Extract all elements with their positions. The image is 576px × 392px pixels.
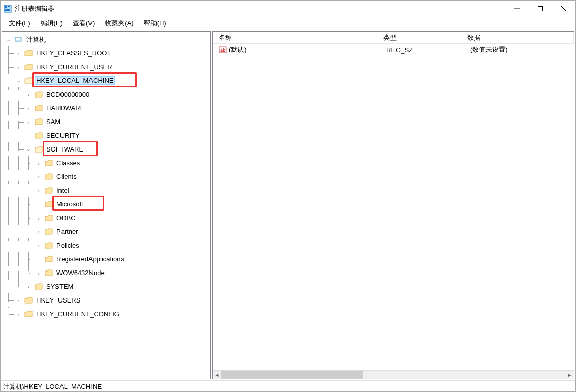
tree-label: HKEY_USERS [35,296,82,305]
scroll-right-icon[interactable]: ► [565,371,574,379]
folder-icon [35,104,43,112]
tree-node-wow64[interactable]: › WOW6432Node [4,266,210,280]
menu-view[interactable]: 查看(V) [68,18,100,29]
tree-node-partner[interactable]: › Partner [4,225,210,238]
svg-rect-6 [538,7,543,11]
tree-node-hkcr[interactable]: › HKEY_CLASSES_ROOT [4,46,210,60]
scroll-left-icon[interactable]: ◄ [213,371,221,379]
tree-label: SOFTWARE [45,145,85,154]
listview-row[interactable]: ab (默认) REG_SZ (数值未设置) [213,44,574,56]
value-name: (默认) [229,45,247,54]
tree-node-hklm[interactable]: ⌄ HKEY_LOCAL_MACHINE [4,74,210,87]
folder-open-icon [24,77,33,85]
tree-label: WOW6432Node [55,268,106,277]
menu-edit[interactable]: 编辑(E) [36,18,68,29]
tree-node-sam[interactable]: › SAM [4,115,210,129]
chevron-down-icon[interactable]: ⌄ [14,77,22,85]
column-header-name[interactable]: 名称 [213,32,380,43]
tree-label: Partner [55,227,80,236]
chevron-right-icon[interactable]: › [35,173,43,181]
tree-node-regapps[interactable]: RegisteredApplications [4,252,210,266]
tree-label: HKEY_CURRENT_USER [35,63,114,71]
tree-node-hkcu[interactable]: › HKEY_CURRENT_USER [4,60,210,74]
menu-favorites[interactable]: 收藏夹(A) [100,18,138,29]
tree-node-hku[interactable]: › HKEY_USERS [4,293,210,307]
folder-icon [24,296,33,305]
column-header-data[interactable]: 数据 [464,32,574,43]
tree-panel: ⌄ 计算机 › HKEY_CLASSES_ROOT [2,31,211,379]
tree-label: Microsoft [55,200,85,208]
tree-node-bcd[interactable]: › BCD00000000 [4,87,210,101]
size-grip-icon[interactable] [567,384,574,391]
tree-label: BCD00000000 [45,90,91,99]
folder-icon [24,49,33,57]
column-header-type[interactable]: 类型 [380,32,464,43]
chevron-right-icon[interactable]: › [14,63,22,71]
tree-node-classes[interactable]: › Classes [4,156,210,170]
tree-label: 计算机 [24,35,47,45]
tree-node-system[interactable]: › SYSTEM [4,280,210,293]
chevron-right-icon[interactable]: › [35,214,43,222]
window-controls [505,1,575,17]
scroll-thumb[interactable] [221,371,363,379]
tree-label: Clients [55,172,78,181]
tree-label: SECURITY [45,131,81,140]
folder-icon [45,255,53,263]
chevron-right-icon[interactable]: › [35,187,43,195]
chevron-down-icon[interactable]: ⌄ [24,145,33,154]
chevron-right-icon[interactable]: › [24,104,33,112]
chevron-right-icon[interactable]: › [14,296,22,305]
tree-label: Policies [55,241,81,250]
chevron-right-icon[interactable]: › [35,228,43,236]
tree-node-odbc[interactable]: › ODBC [4,211,210,225]
tree-node-computer[interactable]: ⌄ 计算机 [4,33,210,46]
svg-rect-1 [5,6,7,8]
app-icon [4,5,12,13]
tree-node-software[interactable]: ⌄ SOFTWARE [4,142,210,156]
tree-label: SAM [45,117,62,126]
tree-node-policies[interactable]: › Policies [4,238,210,252]
tree-label: HARDWARE [45,104,86,112]
value-data: (数值未设置) [467,45,574,54]
chevron-right-icon[interactable]: › [35,269,43,277]
maximize-button[interactable] [529,1,552,17]
chevron-down-icon[interactable]: ⌄ [4,36,12,44]
chevron-right-icon[interactable]: › [24,91,33,99]
tree-node-clients[interactable]: › Clients [4,170,210,184]
menu-help[interactable]: 帮助(H) [139,18,171,29]
svg-rect-2 [8,6,10,7]
folder-icon [35,118,43,126]
folder-icon [45,214,53,222]
tree-node-hkcc[interactable]: › HKEY_CURRENT_CONFIG [4,307,210,321]
tree-node-security[interactable]: SECURITY [4,129,210,142]
menu-file[interactable]: 文件(F) [4,18,36,29]
horizontal-scrollbar[interactable]: ◄ ► [213,370,574,379]
folder-icon [45,269,53,277]
title-bar: 注册表编辑器 [1,1,575,17]
chevron-right-icon[interactable]: › [24,118,33,126]
chevron-right-icon[interactable]: › [24,283,33,291]
svg-rect-11 [17,42,20,42]
listview-body: ab (默认) REG_SZ (数值未设置) [213,44,574,370]
chevron-right-icon[interactable]: › [14,49,22,57]
chevron-right-icon[interactable]: › [14,310,22,318]
tree-node-hardware[interactable]: › HARDWARE [4,101,210,115]
minimize-button[interactable] [505,1,529,17]
tree-label: HKEY_LOCAL_MACHINE [35,76,115,85]
chevron-right-icon[interactable]: › [35,159,43,167]
svg-rect-4 [5,10,10,11]
tree-label: RegisteredApplications [55,255,126,263]
chevron-right-icon[interactable]: › [35,242,43,250]
tree-label: SYSTEM [45,282,75,291]
svg-text:ab: ab [220,48,226,53]
folder-icon [45,173,53,181]
tree-node-intel[interactable]: › Intel [4,184,210,197]
tree-label: HKEY_CURRENT_CONFIG [35,310,121,318]
scroll-track[interactable] [221,371,565,379]
folder-icon [35,91,43,99]
close-button[interactable] [552,1,575,17]
folder-icon [35,283,43,291]
folder-icon [45,242,53,250]
computer-icon [14,36,22,44]
tree-node-microsoft[interactable]: Microsoft [4,197,210,211]
